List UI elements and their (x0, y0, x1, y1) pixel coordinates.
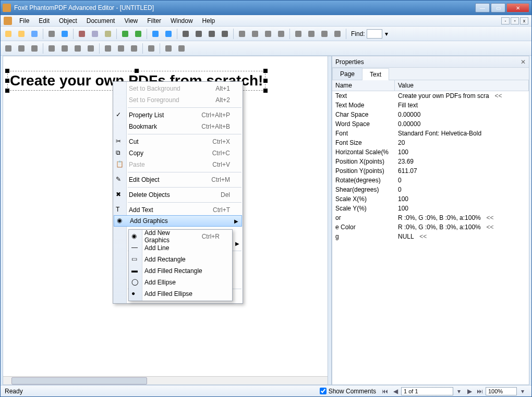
prop-row[interactable]: TextCreate your own PDFs from scra << (332, 91, 529, 101)
save-button[interactable] (29, 28, 40, 40)
page-dropdown-icon[interactable]: ▾ (454, 387, 464, 395)
cut-button[interactable] (76, 28, 88, 40)
last-button[interactable] (219, 28, 231, 40)
prop-row[interactable]: Shear(degrees)0 (332, 185, 529, 194)
show-comments-input[interactable] (320, 388, 327, 394)
ctx-add-graphics[interactable]: ◉Add Graphics▶ (114, 215, 242, 227)
menu-view[interactable]: View (120, 16, 142, 26)
tab-page[interactable]: Page (332, 68, 362, 80)
ctx-bookmark[interactable]: BookmarkCtrl+Alt+B (113, 121, 243, 132)
redo-button[interactable] (132, 28, 144, 40)
sq3-button[interactable] (85, 43, 96, 54)
ctx-add-text[interactable]: TAdd TextCtrl+T (113, 204, 243, 216)
info-button[interactable] (59, 28, 70, 40)
menu-file[interactable]: File (15, 16, 33, 26)
horizontal-scrollbar[interactable] (3, 376, 328, 384)
prop-row[interactable]: Horizontal Scale(%100 (332, 147, 529, 157)
prop-row[interactable]: Position X(points)23.69 (332, 157, 529, 166)
maximize-button[interactable]: ▭ (491, 3, 505, 13)
undo-button[interactable] (119, 28, 131, 40)
sub-add-filled-rectangle[interactable]: ▬Add Filled Rectangle (129, 265, 232, 277)
prev-button[interactable] (193, 28, 204, 40)
ctx-copy[interactable]: ⧉CopyCtrl+C (113, 147, 243, 159)
bars-button[interactable] (275, 28, 287, 40)
ctx-edit-object[interactable]: ✎Edit ObjectCtrl+M (113, 174, 243, 185)
menu-edit[interactable]: Edit (34, 16, 54, 26)
del-button[interactable] (146, 43, 157, 54)
splitter[interactable] (328, 56, 332, 384)
sq1-button[interactable] (59, 43, 70, 54)
cross-button[interactable] (262, 28, 274, 40)
page-indicator[interactable]: 1 of 1 (401, 387, 453, 395)
frame1-button[interactable] (293, 28, 304, 40)
more-icon[interactable]: << (416, 233, 427, 240)
ctx-delete-objects[interactable]: ✖Delete ObjectsDel (113, 189, 243, 201)
properties-close-icon[interactable]: ✕ (521, 58, 526, 66)
sel1-button[interactable] (102, 43, 114, 54)
tab-text[interactable]: Text (362, 68, 389, 80)
new-button[interactable] (3, 28, 14, 40)
menu-document[interactable]: Document (82, 16, 119, 26)
add-button[interactable] (163, 43, 174, 54)
prop-row[interactable]: Char Space0.00000 (332, 110, 529, 119)
mdi-close-button[interactable]: x (520, 17, 528, 24)
prop-row[interactable]: Position Y(points)611.07 (332, 166, 529, 176)
copy-button[interactable] (89, 28, 101, 40)
more-icon[interactable]: << (483, 224, 494, 231)
frame2-button[interactable] (306, 28, 317, 40)
print-button[interactable] (46, 28, 57, 40)
sub-add-line[interactable]: —Add Line (129, 242, 232, 254)
prop-row[interactable]: gNULL << (332, 232, 529, 241)
menu-window[interactable]: Window (166, 16, 197, 26)
sub-add-ellipse[interactable]: ◯Add Ellipse (129, 277, 232, 288)
prop-row[interactable]: orR :0%, G :0%, B :0%, a:100% << (332, 213, 529, 222)
zoomout-button[interactable] (163, 28, 174, 40)
nav-first-icon[interactable]: ⏮ (380, 387, 390, 395)
prop-row[interactable]: Rotate(degrees)0 (332, 176, 529, 185)
mdi-minimize-button[interactable]: - (501, 17, 510, 24)
prop-row[interactable]: Scale Y(%)100 (332, 204, 529, 213)
menu-help[interactable]: Help (198, 16, 220, 26)
text-tool-button[interactable] (3, 43, 14, 54)
grid1-button[interactable] (236, 28, 248, 40)
find-input[interactable] (367, 29, 382, 39)
close-button[interactable]: ✕ (506, 3, 529, 13)
show-comments-checkbox[interactable]: Show Comments (320, 388, 376, 395)
circle-tool-button[interactable] (16, 43, 27, 54)
ctx-property-list[interactable]: ✓Property ListCtrl+Alt+P (113, 109, 243, 121)
sub-add-new-graphics[interactable]: ◉Add New GraphicsCtrl+R (129, 231, 232, 242)
prop-row[interactable]: Scale X(%)100 (332, 194, 529, 204)
document-canvas[interactable]: Create your own PDFs from scratch! Set t… (3, 56, 328, 384)
first-button[interactable] (180, 28, 191, 40)
layer-button[interactable] (29, 43, 40, 54)
prop-row[interactable]: Font Size20 (332, 138, 529, 147)
sub-add-rectangle[interactable]: ▭Add Rectangle (129, 254, 232, 265)
prop-row[interactable]: Word Space0.00000 (332, 119, 529, 129)
mdi-restore-button[interactable]: ▫ (511, 17, 519, 24)
nav-prev-icon[interactable]: ◀ (391, 387, 400, 395)
sq2-button[interactable] (72, 43, 83, 54)
menu-object[interactable]: Object (55, 16, 81, 26)
sel3-button[interactable] (128, 43, 140, 54)
nav-last-icon[interactable]: ⏭ (475, 387, 485, 395)
zoom-indicator[interactable]: 100% (486, 387, 517, 395)
more-icon[interactable]: << (483, 214, 494, 221)
sub-add-filled-ellipse[interactable]: ●Add Filled Ellipse (129, 288, 232, 300)
menu-filter[interactable]: Filter (143, 16, 165, 26)
next-button[interactable] (206, 28, 217, 40)
zoom-dropdown-icon[interactable]: ▾ (518, 387, 527, 395)
circle-button[interactable] (332, 28, 343, 40)
sel2-button[interactable] (115, 43, 127, 54)
minimize-button[interactable]: — (475, 3, 490, 13)
find-dropdown-icon[interactable]: ▾ (385, 30, 388, 38)
ctx-cut[interactable]: ✂CutCtrl+X (113, 136, 243, 147)
nav-next-icon[interactable]: ▶ (465, 387, 474, 395)
grid2-button[interactable] (249, 28, 261, 40)
more-icon[interactable]: << (491, 92, 502, 100)
paste-button[interactable] (102, 28, 114, 40)
zoomin-button[interactable] (150, 28, 161, 40)
open-button[interactable] (16, 28, 27, 40)
prop-row[interactable]: FontStandard Font: Helvetica-Bold (332, 129, 529, 138)
textframe-button[interactable] (319, 28, 330, 40)
dd2-button[interactable] (176, 43, 187, 54)
